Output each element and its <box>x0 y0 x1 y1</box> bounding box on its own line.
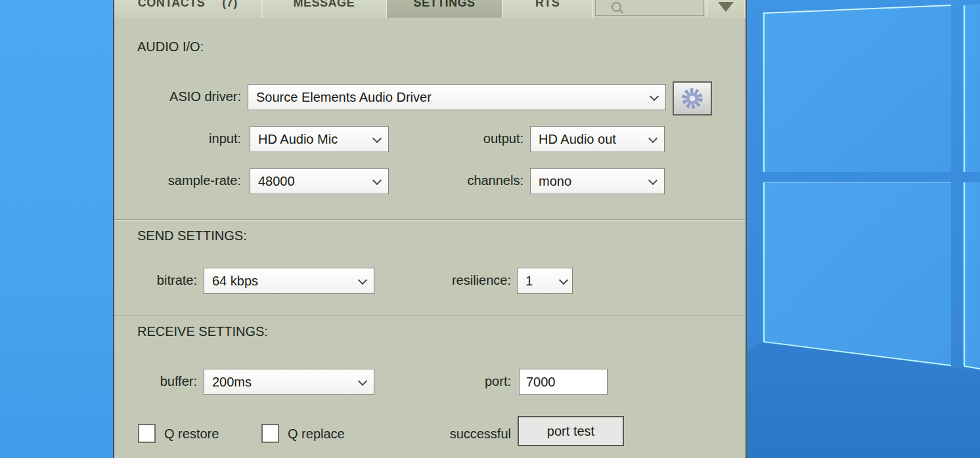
asio-settings-button[interactable] <box>673 81 712 115</box>
magnifier-icon <box>612 2 621 12</box>
bitrate-value: 64 kbps <box>212 274 258 289</box>
tab-rts[interactable]: RTS <box>503 0 594 18</box>
input-label: input: <box>114 131 241 146</box>
q-restore-label: Q restore <box>164 427 219 442</box>
tab-overflow-button[interactable] <box>707 0 746 18</box>
channels-label: channels: <box>364 173 523 188</box>
desktop: CONTACTS (7) MESSAGE SETTINGS RTS AUDIO … <box>0 0 980 458</box>
buffer-select[interactable]: 200ms <box>204 369 374 395</box>
asio-driver-label: ASIO driver: <box>114 89 241 104</box>
tab-settings-label: SETTINGS <box>413 0 475 14</box>
chevron-down-icon <box>650 92 659 101</box>
tab-settings[interactable]: SETTINGS <box>387 0 503 18</box>
input-value: HD Audio Mic <box>258 132 338 147</box>
chevron-down-icon <box>718 2 734 12</box>
search-box[interactable] <box>593 0 707 18</box>
asio-driver-value: Source Elements Audio Driver <box>256 90 432 105</box>
app-window: CONTACTS (7) MESSAGE SETTINGS RTS AUDIO … <box>113 0 747 458</box>
chevron-down-icon <box>648 134 657 143</box>
asio-driver-select[interactable]: Source Elements Audio Driver <box>248 84 666 110</box>
channels-select[interactable]: mono <box>530 168 665 194</box>
output-label: output: <box>364 131 523 146</box>
resilience-label: resilience: <box>364 273 511 288</box>
resilience-select[interactable]: 1 <box>517 268 573 294</box>
port-label: port: <box>364 374 511 389</box>
buffer-value: 200ms <box>212 375 252 390</box>
tab-contacts-label: CONTACTS <box>138 0 206 14</box>
q-replace-label: Q replace <box>288 427 345 442</box>
output-select[interactable]: HD Audio out <box>530 126 665 152</box>
chevron-down-icon <box>559 276 568 285</box>
sample-rate-label: sample-rate: <box>114 173 241 188</box>
chevron-down-icon <box>648 176 657 185</box>
port-test-button[interactable]: port test <box>518 416 624 446</box>
channels-value: mono <box>539 174 571 189</box>
port-input[interactable] <box>519 369 608 395</box>
output-value: HD Audio out <box>539 132 616 147</box>
tab-contacts[interactable]: CONTACTS (7) <box>114 0 263 18</box>
bitrate-select[interactable]: 64 kbps <box>204 268 374 294</box>
tab-message-label: MESSAGE <box>294 0 355 14</box>
resilience-value: 1 <box>525 274 533 289</box>
bitrate-label: bitrate: <box>114 273 197 288</box>
q-replace-checkbox[interactable] <box>261 424 279 443</box>
tab-message[interactable]: MESSAGE <box>263 0 388 18</box>
buffer-label: buffer: <box>114 374 197 389</box>
send-settings-section-title: SEND SETTINGS: <box>137 228 247 243</box>
section-divider <box>114 315 746 316</box>
tab-strip: CONTACTS (7) MESSAGE SETTINGS RTS <box>114 0 746 18</box>
port-test-button-label: port test <box>547 424 594 439</box>
tab-contacts-count: (7) <box>222 0 238 14</box>
section-divider <box>114 219 746 220</box>
windows-logo-wallpaper <box>742 0 980 458</box>
tab-rts-label: RTS <box>535 0 560 14</box>
q-restore-checkbox[interactable] <box>138 424 156 443</box>
sample-rate-value: 48000 <box>258 174 295 189</box>
audio-io-section-title: AUDIO I/O: <box>137 39 204 54</box>
port-test-status: successful <box>364 427 511 442</box>
receive-settings-section-title: RECEIVE SETTINGS: <box>137 324 268 339</box>
gear-icon <box>680 86 705 111</box>
